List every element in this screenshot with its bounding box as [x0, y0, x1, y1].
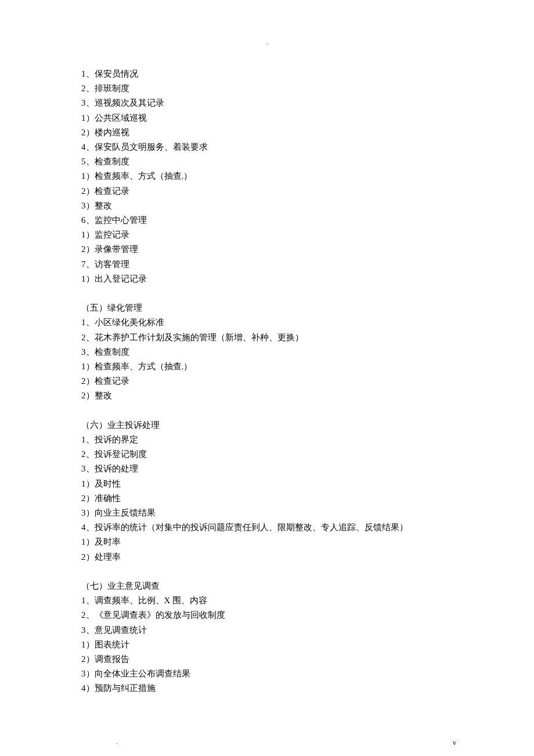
text-line: 1）及时性: [81, 477, 453, 491]
text-line: 5、检查制度: [81, 154, 453, 169]
text-line: 3、检查制度: [81, 345, 453, 359]
text-line: 2、《意见调查表》的发放与回收制度: [81, 608, 453, 622]
text-line: 2）楼内巡视: [81, 125, 453, 140]
text-line: 3）向业主反馈结果: [81, 506, 453, 520]
section-heading: （五）绿化管理: [81, 301, 453, 315]
text-line: 1）检查频率、方式（抽查.）: [81, 169, 453, 183]
text-line: 2）准确性: [81, 491, 453, 506]
text-line: 3）整改: [81, 199, 453, 213]
section-heading: （六）业主投诉处理: [81, 418, 453, 433]
text-line: 4）预防与纠正措施: [81, 681, 453, 696]
text-line: 3）向全体业主公布调查结果: [81, 667, 453, 681]
page-indicator: v: [453, 739, 456, 747]
text-line: 1、小区绿化美化标准: [81, 315, 453, 330]
document-content: 1、保安员情况 2、排班制度 3、巡视频次及其记录 1）公共区域巡视 2）楼内巡…: [81, 67, 453, 696]
text-line: 6、监控中心管理: [81, 213, 453, 228]
text-line: 4、保安队员文明服务、着装要求: [81, 140, 453, 154]
text-line: 2、排班制度: [81, 81, 453, 96]
text-line: 1）出入登记记录: [81, 272, 453, 286]
text-line: 1、保安员情况: [81, 67, 453, 81]
text-line: 1、投诉的界定: [81, 433, 453, 447]
text-line: 1）监控记录: [81, 228, 453, 242]
text-line: 2）检查记录: [81, 374, 453, 388]
text-line: 4、投诉率的统计（对集中的投诉问题应责任到人、限期整改、专人追踪、反馈结果）: [81, 520, 453, 535]
header-marker: .: [267, 39, 269, 46]
text-line: 3、投诉的处理: [81, 462, 453, 476]
text-line: 1）检查频率、方式（抽查.）: [81, 359, 453, 374]
text-line: 3、巡视频次及其记录: [81, 96, 453, 110]
text-line: 2）调查报告: [81, 652, 453, 667]
text-line: 2、投诉登记制度: [81, 447, 453, 462]
text-line: 1）图表统计: [81, 638, 453, 652]
text-line: 1）及时率: [81, 535, 453, 549]
text-line: 2）检查记录: [81, 184, 453, 199]
text-line: 2、花木养护工作计划及实施的管理（新增、补种、更换）: [81, 330, 453, 345]
footer-marker: .: [116, 739, 118, 745]
text-line: 2）处理率: [81, 550, 453, 564]
text-line: 1）公共区域巡视: [81, 111, 453, 125]
text-line: 2）整改: [81, 388, 453, 403]
text-line: 2）录像带管理: [81, 242, 453, 257]
text-line: 3、意见调查统计: [81, 623, 453, 638]
blank-line: [81, 404, 453, 418]
text-line: 1、调查频率、比例、X 围、内容: [81, 593, 453, 608]
text-line: 7、访客管理: [81, 257, 453, 272]
blank-line: [81, 286, 453, 301]
blank-line: [81, 564, 453, 579]
section-heading: （七）业主意见调查: [81, 579, 453, 593]
